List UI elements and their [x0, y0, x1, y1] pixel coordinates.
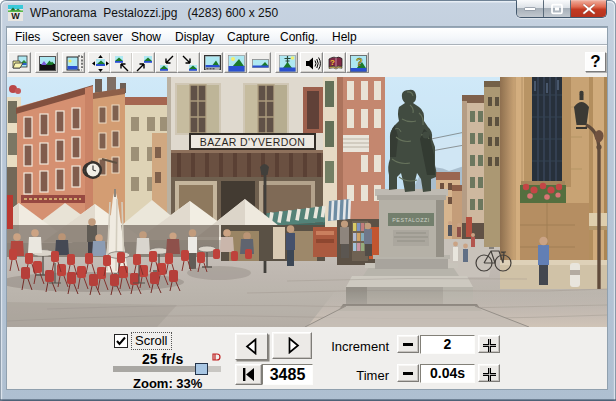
svg-text:W: W — [11, 11, 20, 21]
svg-text:?: ? — [330, 58, 335, 67]
svg-text:?: ? — [356, 56, 363, 68]
